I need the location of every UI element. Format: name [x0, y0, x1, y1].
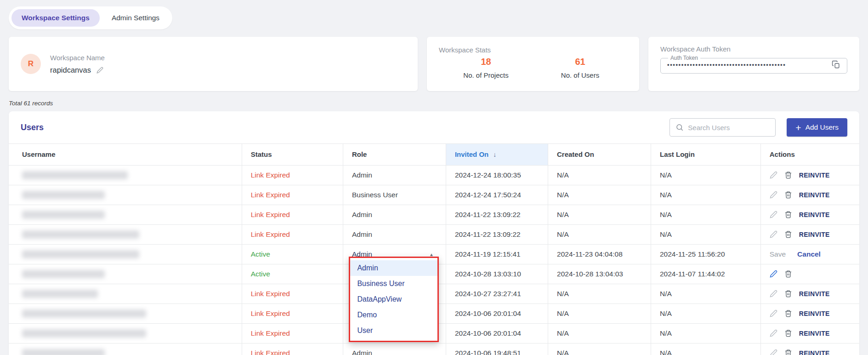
reinvite-button[interactable]: REINVITE: [799, 290, 830, 298]
reinvite-button[interactable]: REINVITE: [799, 231, 830, 238]
save-button[interactable]: Save: [770, 250, 786, 258]
role-option-dataappview[interactable]: DataAppView: [350, 292, 437, 307]
delete-user-icon[interactable]: [784, 211, 792, 218]
last-login-cell: N/A: [651, 185, 760, 205]
stat-users: 61 No. of Users: [533, 57, 627, 79]
records-summary: Total 61 records: [9, 100, 859, 107]
reinvite-button[interactable]: REINVITE: [799, 211, 830, 218]
delete-user-icon[interactable]: [784, 270, 792, 278]
delete-user-icon[interactable]: [784, 349, 792, 355]
status-cell: Link Expired: [242, 205, 343, 224]
settings-tabs: Workspace Settings Admin Settings: [9, 6, 172, 29]
username-cell: [9, 205, 242, 224]
invited-on-cell: 2024-10-06 20:01:04: [446, 323, 548, 343]
status-text: Link Expired: [251, 349, 290, 355]
last-login-cell: N/A: [651, 343, 760, 355]
auth-token-card-label: Workspace Auth Token: [660, 45, 847, 53]
last-login-cell: N/A: [651, 224, 760, 244]
status-text: Link Expired: [251, 191, 290, 199]
status-text: Active: [251, 270, 270, 278]
role-option-user[interactable]: User: [350, 323, 437, 338]
reinvite-button[interactable]: REINVITE: [799, 330, 830, 337]
delete-user-icon[interactable]: [784, 171, 792, 179]
column-header-actions[interactable]: Actions: [760, 144, 859, 165]
users-title: Users: [21, 123, 44, 132]
reinvite-button[interactable]: REINVITE: [799, 172, 830, 179]
role-option-admin[interactable]: Admin: [350, 260, 437, 276]
role-cell: Admin: [343, 343, 446, 355]
delete-user-icon[interactable]: [784, 290, 792, 298]
column-header-invited-on[interactable]: Invited On↓: [446, 144, 548, 165]
sort-desc-icon[interactable]: ↓: [493, 151, 496, 158]
edit-user-icon: [770, 290, 777, 298]
redacted-username: [22, 191, 105, 199]
last-login-cell: N/A: [651, 165, 760, 185]
invited-on-cell: 2024-10-06 19:48:51: [446, 343, 548, 355]
search-users-input[interactable]: [688, 124, 770, 132]
role-dropdown: AdminBusiness UserDataAppViewDemoUser: [349, 257, 439, 342]
workspace-avatar: R: [21, 54, 41, 74]
created-on-cell: N/A: [548, 303, 651, 323]
delete-user-icon[interactable]: [784, 329, 792, 337]
delete-user-icon[interactable]: [784, 230, 792, 238]
username-cell: [9, 185, 242, 205]
reinvite-button[interactable]: REINVITE: [799, 191, 830, 199]
edit-user-icon[interactable]: [770, 270, 777, 278]
search-users-box[interactable]: [669, 118, 776, 137]
edit-workspace-name-icon[interactable]: [96, 67, 103, 74]
status-cell: Active: [242, 244, 343, 264]
role-option-demo[interactable]: Demo: [350, 307, 437, 323]
last-login-cell: N/A: [651, 284, 760, 303]
users-count-label: No. of Users: [533, 71, 627, 79]
username-cell: [9, 224, 242, 244]
role-value: Business User: [352, 191, 398, 199]
redacted-username: [22, 290, 98, 298]
edit-user-icon: [770, 349, 777, 355]
column-header-status[interactable]: Status: [242, 144, 343, 165]
column-header-last-login[interactable]: Last Login: [651, 144, 760, 165]
copy-token-icon[interactable]: [832, 60, 840, 69]
auth-token-field: Auth Token •••••••••••••••••••••••••••••…: [660, 55, 847, 74]
role-option-business-user[interactable]: Business User: [350, 276, 437, 292]
cancel-button[interactable]: Cancel: [797, 250, 821, 258]
role-cell: Admin: [343, 205, 446, 224]
delete-user-icon[interactable]: [784, 309, 792, 317]
table-row: Link ExpiredAdmin2024-12-24 18:00:35N/AN…: [9, 165, 859, 185]
status-cell: Link Expired: [242, 224, 343, 244]
column-header-username[interactable]: Username: [9, 144, 242, 165]
actions-cell: [760, 264, 859, 284]
username-cell: [9, 343, 242, 355]
reinvite-button[interactable]: REINVITE: [799, 310, 830, 317]
status-text: Link Expired: [251, 230, 290, 238]
edit-user-icon: [770, 329, 777, 337]
plus-icon: +: [795, 123, 801, 132]
column-header-role[interactable]: Role: [343, 144, 446, 165]
status-text: Link Expired: [251, 211, 290, 218]
actions-cell: REINVITE: [760, 224, 859, 244]
actions-cell: REINVITE: [760, 165, 859, 185]
workspace-name-label: Workspace Name: [50, 54, 105, 62]
reinvite-button[interactable]: REINVITE: [799, 349, 830, 355]
projects-count-label: No. of Projects: [439, 71, 533, 79]
invited-on-cell: 2024-10-28 13:03:10: [446, 264, 548, 284]
tab-workspace-settings[interactable]: Workspace Settings: [11, 9, 100, 27]
role-value: Admin: [352, 171, 372, 179]
redacted-username: [22, 211, 105, 219]
status-cell: Link Expired: [242, 165, 343, 185]
role-cell: Business User: [343, 185, 446, 205]
created-on-cell: N/A: [548, 185, 651, 205]
actions-cell: REINVITE: [760, 303, 859, 323]
role-select-collapse-icon[interactable]: ▲: [429, 252, 434, 257]
delete-user-icon[interactable]: [784, 191, 792, 199]
add-users-button[interactable]: + Add Users: [787, 118, 847, 137]
column-header-created-on[interactable]: Created On: [548, 144, 651, 165]
actions-cell: REINVITE: [760, 323, 859, 343]
tab-admin-settings[interactable]: Admin Settings: [102, 9, 170, 27]
table-row: Link ExpiredAdmin2024-11-22 13:09:22N/AN…: [9, 205, 859, 224]
status-cell: Link Expired: [242, 303, 343, 323]
table-row: Link ExpiredAdmin2024-10-06 19:48:51N/AN…: [9, 343, 859, 355]
last-login-cell: N/A: [651, 323, 760, 343]
workspace-stats-card: Workspace Stats 18 No. of Projects 61 No…: [427, 37, 639, 91]
last-login-cell: 2024-11-07 11:44:02: [651, 264, 760, 284]
invited-on-cell: 2024-11-22 13:09:22: [446, 224, 548, 244]
